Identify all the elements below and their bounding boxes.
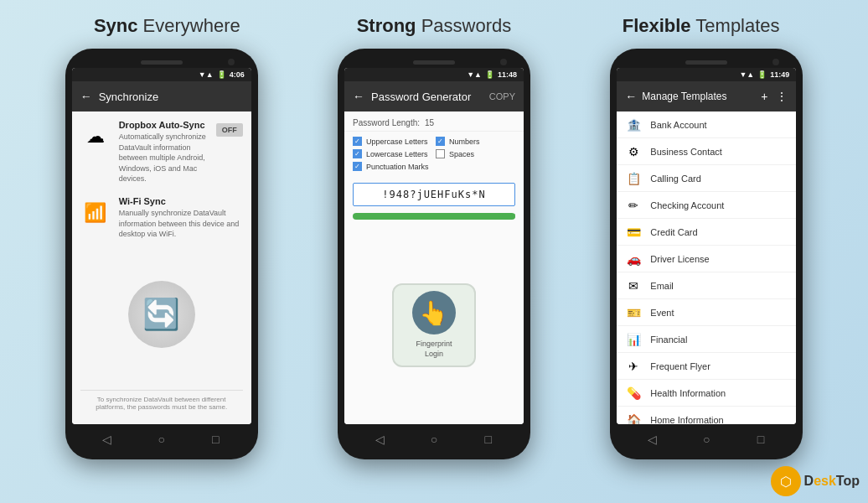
fingerprint-btn[interactable]: 👆 FingerprintLogin: [392, 283, 476, 367]
phone2-recent-btn[interactable]: □: [480, 431, 497, 448]
health-info-icon: 💊: [625, 386, 642, 400]
pw-length-label: Password Length:: [353, 118, 420, 127]
pw-title-plain: Passwords: [416, 15, 512, 36]
phone1-signal: ▼▲: [199, 70, 214, 79]
phones-row: ▼▲ 🔋 4:06 ← Synchronize ☁ Dropbox Auto-S…: [0, 49, 868, 459]
phone3-top: [617, 60, 796, 65]
label-uppercase: Uppercase Letters: [366, 137, 428, 146]
pw-options-grid: ✓ Uppercase Letters ✓ Numbers ✓ Lowercas…: [344, 132, 524, 176]
phone1-time: 4:06: [230, 70, 245, 79]
phone3-camera: [772, 59, 779, 65]
phone2-speaker: [413, 60, 455, 65]
phone2-back-arrow[interactable]: ←: [353, 90, 364, 103]
template-email[interactable]: ✉ Email: [617, 272, 796, 299]
wifi-icon: 📶: [80, 198, 111, 228]
email-label: Email: [650, 281, 674, 291]
calling-card-label: Calling Card: [650, 174, 701, 184]
checkbox-uppercase[interactable]: ✓: [353, 137, 362, 146]
fingerprint-section: 👆 FingerprintLogin: [344, 226, 524, 424]
template-financial[interactable]: 📊 Financial: [617, 326, 796, 353]
template-business-contact[interactable]: ⚙ Business Contact: [617, 138, 796, 165]
phone1-recent-btn[interactable]: □: [207, 431, 224, 448]
event-label: Event: [650, 308, 674, 318]
pw-option-spaces: Spaces: [436, 149, 515, 158]
phone3-battery: 🔋: [757, 70, 767, 79]
phone1-back-btn[interactable]: ◁: [99, 431, 116, 448]
phone1-action-bar: ← Synchronize: [72, 81, 251, 111]
business-contact-icon: ⚙: [625, 145, 642, 158]
fingerprint-icon: 👆: [412, 291, 456, 334]
pw-length-row: Password Length: 15: [344, 111, 524, 132]
template-health-info[interactable]: 💊 Health Information: [617, 380, 796, 407]
checkbox-spaces[interactable]: [436, 149, 445, 158]
frequent-flyer-icon: ✈: [625, 360, 642, 373]
sync-wifi-text: Wi-Fi Sync Manually synchronize DataVaul…: [119, 196, 243, 240]
template-frequent-flyer[interactable]: ✈ Frequent Flyer: [617, 353, 796, 380]
template-bank-account[interactable]: 🏦 Bank Account: [617, 111, 796, 138]
checkbox-lowercase[interactable]: ✓: [353, 149, 362, 158]
more-options-icon[interactable]: ⋮: [776, 90, 788, 103]
credit-card-icon: 💳: [625, 226, 642, 239]
desktop-watermark: ⬡ DeskTop: [771, 466, 860, 496]
bank-account-label: Bank Account: [650, 120, 706, 130]
phone1-screen-title: Synchronize: [99, 91, 243, 103]
calling-card-icon: 📋: [625, 172, 642, 185]
phone3-recent-btn[interactable]: □: [752, 431, 769, 448]
phone2-signal: ▼▲: [467, 70, 482, 79]
home-info-icon: 🏠: [625, 413, 642, 425]
add-template-icon[interactable]: +: [761, 90, 767, 103]
template-event[interactable]: 🎫 Event: [617, 299, 796, 326]
phone2-camera: [500, 59, 507, 65]
checkbox-punctuation[interactable]: ✓: [353, 162, 362, 171]
phone1-home-btn[interactable]: ○: [153, 431, 170, 448]
sync-toggle-btn[interactable]: OFF: [216, 123, 243, 137]
credit-card-label: Credit Card: [650, 227, 697, 237]
phone1-speaker: [141, 60, 183, 65]
phone3-home-btn[interactable]: ○: [698, 431, 715, 448]
label-spaces: Spaces: [449, 150, 474, 158]
section-title-templates: Flexible Templates: [580, 15, 823, 37]
phone2-screen: ▼▲ 🔋 11:48 ← Password Generator COPY Pas…: [344, 68, 524, 424]
phone2-home-btn[interactable]: ○: [426, 431, 442, 448]
phone3-back-arrow[interactable]: ←: [625, 90, 637, 103]
phone3-screen-title: Manage Templates: [642, 91, 756, 102]
driver-license-label: Driver License: [650, 254, 709, 264]
sync-dropbox-text: Dropbox Auto-Sync Automatically synchron…: [119, 120, 208, 184]
template-driver-license[interactable]: 🚗 Driver License: [617, 246, 796, 272]
phone3-back-btn[interactable]: ◁: [644, 431, 661, 448]
label-punctuation: Punctuation Marks: [366, 163, 429, 171]
bank-account-icon: 🏦: [625, 118, 642, 132]
email-icon: ✉: [625, 279, 642, 293]
pw-title-bold: Strong: [357, 15, 416, 36]
frequent-flyer-label: Frequent Flyer: [650, 361, 710, 371]
template-checking-account[interactable]: ✏ Checking Account: [617, 192, 796, 219]
phone-sync: ▼▲ 🔋 4:06 ← Synchronize ☁ Dropbox Auto-S…: [65, 49, 258, 459]
pw-option-uppercase: ✓ Uppercase Letters: [353, 137, 432, 146]
phone3-bottom-bar: ◁ ○ □: [617, 431, 796, 448]
event-icon: 🎫: [625, 306, 642, 319]
sync-wifi-title: Wi-Fi Sync: [119, 196, 243, 206]
template-calling-card[interactable]: 📋 Calling Card: [617, 165, 796, 192]
pw-content: Password Length: 15 ✓ Uppercase Letters …: [344, 111, 524, 424]
phone1-back-arrow[interactable]: ←: [80, 90, 92, 103]
sync-spinner-container: 🔄: [80, 260, 243, 370]
template-credit-card[interactable]: 💳 Credit Card: [617, 219, 796, 246]
pw-option-lowercase: ✓ Lowercase Letters: [353, 149, 432, 158]
desktopicon-wordmark: DeskTop: [804, 474, 860, 489]
dropbox-icon: ☁: [80, 122, 111, 152]
checking-account-icon: ✏: [625, 199, 642, 212]
template-list: 🏦 Bank Account ⚙ Business Contact 📋 Call…: [617, 111, 796, 424]
phone3-status-bar: ▼▲ 🔋 11:49: [617, 68, 796, 81]
template-home-info[interactable]: 🏠 Home Information: [617, 407, 796, 424]
pw-length-value: 15: [425, 118, 515, 127]
phone2-back-btn[interactable]: ◁: [371, 431, 388, 448]
pw-strength-label: Strong: [498, 212, 515, 218]
pw-display-field[interactable]: !948?jUEHFuKs*N: [353, 183, 515, 206]
section-title-sync: Sync Everywhere: [45, 15, 288, 37]
header-row: Sync Everywhere Strong Passwords Flexibl…: [0, 0, 868, 45]
sync-wifi-desc: Manually synchronize DataVault informati…: [119, 208, 243, 240]
checkbox-numbers[interactable]: ✓: [436, 137, 445, 146]
copy-btn[interactable]: COPY: [489, 91, 515, 101]
phone-password: ▼▲ 🔋 11:48 ← Password Generator COPY Pas…: [338, 49, 530, 459]
phone1-camera: [228, 59, 235, 65]
